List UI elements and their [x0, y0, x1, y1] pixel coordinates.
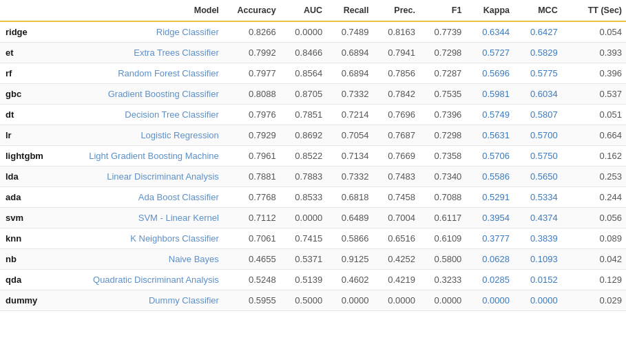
- cell-kappa: 0.0628: [466, 249, 514, 270]
- cell-prec: 0.7856: [373, 63, 419, 84]
- table-row: etExtra Trees Classifier0.79920.84660.68…: [0, 43, 626, 63]
- cell-mcc: 0.0152: [514, 270, 562, 290]
- cell-recall: 0.6894: [326, 43, 373, 63]
- cell-kappa: 0.5727: [466, 43, 514, 63]
- cell-kappa: 0.5586: [466, 167, 514, 187]
- cell-accuracy: 0.7977: [225, 63, 280, 84]
- cell-recall: 0.7054: [326, 125, 373, 146]
- cell-mcc: 0.3839: [514, 228, 562, 249]
- cell-recall: 0.9125: [326, 249, 373, 270]
- cell-recall: 0.5866: [326, 228, 373, 249]
- cell-prec: 0.4252: [373, 249, 419, 270]
- cell-prec: 0.7687: [373, 125, 419, 146]
- cell-kappa: 0.5631: [466, 125, 514, 146]
- table-row: adaAda Boost Classifier0.77680.85330.681…: [0, 187, 626, 208]
- cell-model: Ridge Classifier: [54, 21, 225, 43]
- cell-kappa: 0.5981: [466, 84, 514, 105]
- cell-mcc: 0.6034: [514, 84, 562, 105]
- cell-abbr: dummy: [0, 290, 54, 311]
- cell-accuracy: 0.7881: [225, 167, 280, 187]
- classifier-comparison-table: Model Accuracy AUC Recall Prec. F1 Kappa…: [0, 0, 626, 311]
- cell-f1: 0.7535: [419, 84, 466, 105]
- cell-auc: 0.5000: [280, 290, 326, 311]
- cell-mcc: 0.0000: [514, 290, 562, 311]
- cell-kappa: 0.0285: [466, 270, 514, 290]
- table-body: ridgeRidge Classifier0.82660.00000.74890…: [0, 21, 626, 311]
- cell-auc: 0.8533: [280, 187, 326, 208]
- cell-auc: 0.8705: [280, 84, 326, 105]
- cell-mcc: 0.5829: [514, 43, 562, 63]
- cell-model: Naive Bayes: [54, 249, 225, 270]
- cell-tt: 0.089: [562, 228, 626, 249]
- cell-auc: 0.7851: [280, 105, 326, 125]
- cell-kappa: 0.5749: [466, 105, 514, 125]
- cell-recall: 0.7134: [326, 146, 373, 167]
- cell-accuracy: 0.5248: [225, 270, 280, 290]
- cell-model: Extra Trees Classifier: [54, 43, 225, 63]
- cell-f1: 0.7287: [419, 63, 466, 84]
- cell-auc: 0.0000: [280, 208, 326, 228]
- cell-recall: 0.6894: [326, 63, 373, 84]
- cell-f1: 0.5800: [419, 249, 466, 270]
- cell-prec: 0.7842: [373, 84, 419, 105]
- header-kappa: Kappa: [466, 0, 514, 21]
- header-recall: Recall: [326, 0, 373, 21]
- cell-prec: 0.7941: [373, 43, 419, 63]
- cell-recall: 0.6489: [326, 208, 373, 228]
- header-mcc: MCC: [514, 0, 562, 21]
- cell-kappa: 0.0000: [466, 290, 514, 311]
- cell-kappa: 0.5291: [466, 187, 514, 208]
- table-row: lightgbmLight Gradient Boosting Machine0…: [0, 146, 626, 167]
- header-prec: Prec.: [373, 0, 419, 21]
- table-row: dummyDummy Classifier0.59550.50000.00000…: [0, 290, 626, 311]
- cell-abbr: dt: [0, 105, 54, 125]
- cell-model: K Neighbors Classifier: [54, 228, 225, 249]
- table-row: lrLogistic Regression0.79290.86920.70540…: [0, 125, 626, 146]
- table-row: nbNaive Bayes0.46550.53710.91250.42520.5…: [0, 249, 626, 270]
- cell-f1: 0.7739: [419, 21, 466, 43]
- cell-tt: 0.253: [562, 167, 626, 187]
- cell-mcc: 0.5700: [514, 125, 562, 146]
- cell-model: Dummy Classifier: [54, 290, 225, 311]
- cell-recall: 0.7332: [326, 84, 373, 105]
- cell-auc: 0.7883: [280, 167, 326, 187]
- cell-accuracy: 0.7112: [225, 208, 280, 228]
- cell-accuracy: 0.7992: [225, 43, 280, 63]
- cell-kappa: 0.5706: [466, 146, 514, 167]
- cell-model: Light Gradient Boosting Machine: [54, 146, 225, 167]
- cell-model: Random Forest Classifier: [54, 63, 225, 84]
- cell-recall: 0.7489: [326, 21, 373, 43]
- cell-mcc: 0.5334: [514, 187, 562, 208]
- cell-kappa: 0.6344: [466, 21, 514, 43]
- cell-model: Logistic Regression: [54, 125, 225, 146]
- cell-f1: 0.3233: [419, 270, 466, 290]
- cell-tt: 0.393: [562, 43, 626, 63]
- cell-mcc: 0.1093: [514, 249, 562, 270]
- cell-accuracy: 0.8266: [225, 21, 280, 43]
- cell-tt: 0.029: [562, 290, 626, 311]
- cell-f1: 0.7340: [419, 167, 466, 187]
- cell-f1: 0.7298: [419, 125, 466, 146]
- table-header: Model Accuracy AUC Recall Prec. F1 Kappa…: [0, 0, 626, 21]
- cell-abbr: gbc: [0, 84, 54, 105]
- cell-prec: 0.7669: [373, 146, 419, 167]
- cell-accuracy: 0.7768: [225, 187, 280, 208]
- cell-model: Quadratic Discriminant Analysis: [54, 270, 225, 290]
- cell-recall: 0.6818: [326, 187, 373, 208]
- cell-f1: 0.6117: [419, 208, 466, 228]
- header-abbr: [0, 0, 54, 21]
- header-auc: AUC: [280, 0, 326, 21]
- cell-accuracy: 0.5955: [225, 290, 280, 311]
- cell-auc: 0.8522: [280, 146, 326, 167]
- cell-accuracy: 0.7976: [225, 105, 280, 125]
- cell-recall: 0.7332: [326, 167, 373, 187]
- cell-mcc: 0.5750: [514, 146, 562, 167]
- cell-tt: 0.056: [562, 208, 626, 228]
- cell-accuracy: 0.7961: [225, 146, 280, 167]
- header-accuracy: Accuracy: [225, 0, 280, 21]
- cell-auc: 0.8564: [280, 63, 326, 84]
- cell-mcc: 0.4374: [514, 208, 562, 228]
- table-row: dtDecision Tree Classifier0.79760.78510.…: [0, 105, 626, 125]
- table-row: qdaQuadratic Discriminant Analysis0.5248…: [0, 270, 626, 290]
- cell-tt: 0.129: [562, 270, 626, 290]
